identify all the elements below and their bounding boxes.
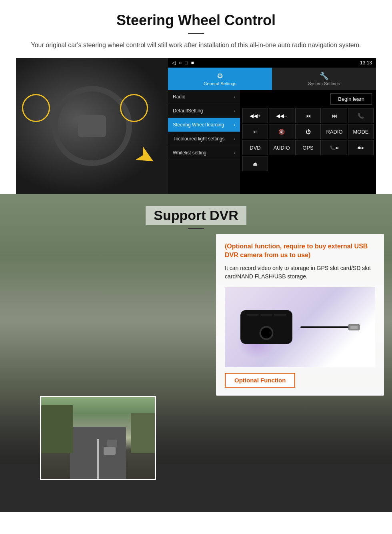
android-menu: Radio › DefaultSetting › Steering Wheel … [168,90,240,194]
chevron-whitelist-icon: › [234,150,235,155]
menu-item-default-setting[interactable]: DefaultSetting › [168,104,240,118]
btn-hangup[interactable]: ↩ [242,124,268,139]
menu-steering-label: Steering Wheel learning [173,122,224,128]
android-ui-panel: ◁ ○ □ ■ 13:13 ⚙ General Settings 🔧 Syste… [168,58,376,194]
dvr-section: Support DVR (Optional function, require … [0,194,392,512]
tab-system-label: System Settings [308,81,340,86]
android-tabs: ⚙ General Settings 🔧 System Settings [168,68,376,90]
btn-phone[interactable]: 📞 [348,108,374,123]
dvr-info-card: (Optional function, require to buy exter… [216,234,384,396]
chevron-default-icon: › [234,108,235,113]
btn-next-skip[interactable]: ✖⏭ [348,140,374,155]
button-grid-row2: ↩ 🔇 ⏻ RADIO MODE [240,124,376,139]
begin-learn-row: Begin learn [240,90,376,108]
android-content-area: Radio › DefaultSetting › Steering Wheel … [168,90,376,194]
gear-icon: ⚙ [217,72,223,80]
steering-wheel-hub [78,115,106,137]
dvr-title: Support DVR [146,206,246,225]
steering-demo: ➤ ◁ ○ □ ■ 13:13 ⚙ General Settings [16,58,376,194]
btn-audio[interactable]: AUDIO [269,140,294,155]
btn-gps[interactable]: GPS [295,140,321,155]
button-grid-row1: ◀◀+ ◀◀– ⏮ ⏭ 📞 [240,108,376,123]
steering-wheel-outer [52,86,132,166]
yellow-arrow-icon: ➤ [130,139,162,173]
page-title: Steering Wheel Control [16,12,376,29]
menu-item-steering-learning[interactable]: Steering Wheel learning › [168,118,240,132]
menu-radio-label: Radio [173,94,185,100]
button-grid-row3: DVD AUDIO GPS 📞⏮ ✖⏭ [240,140,376,155]
steering-image-area: ➤ [16,58,168,194]
dvr-thumb-inner [41,397,155,479]
back-icon: ◁ [172,60,176,66]
steering-wheel-image: ➤ [16,58,168,194]
menu-item-tricoloured[interactable]: Tricoloured light settings › [168,132,240,146]
btn-eject[interactable]: ⏏ [242,156,268,171]
menu-item-whitelist[interactable]: Whitelist setting › [168,146,240,160]
menu-item-radio[interactable]: Radio › [168,90,240,104]
steering-section: Steering Wheel Control Your original car… [0,0,392,194]
chevron-tricoloured-icon: › [234,136,235,141]
tab-general-settings[interactable]: ⚙ General Settings [168,68,272,90]
btn-dvd[interactable]: DVD [242,140,268,155]
btn-vol-down[interactable]: ◀◀– [269,108,294,123]
dvr-thumbnail [40,396,156,480]
optional-function-button[interactable]: Optional Function [225,373,295,388]
btn-prev-track[interactable]: ⏮ [295,108,321,123]
dvr-optional-text: (Optional function, require to buy exter… [225,242,375,260]
subtitle-text: Your original car's steering wheel contr… [24,40,368,50]
android-right-panel: Begin learn ◀◀+ ◀◀– ⏮ ⏭ 📞 ↩ 🔇 ⏻ [240,90,376,194]
tab-system-settings[interactable]: 🔧 System Settings [272,68,376,90]
chevron-steering-icon: › [234,122,235,127]
highlight-circle-left [22,94,50,122]
title-divider [188,33,204,34]
statusbar-time: 13:13 [360,60,372,66]
button-grid-row4: ⏏ [240,156,376,171]
dvr-title-divider [188,228,204,229]
dvr-camera-product-image [225,287,375,367]
btn-radio[interactable]: RADIO [322,124,347,139]
menu-whitelist-label: Whitelist setting [173,150,206,156]
highlight-circle-right [120,94,148,122]
menu-default-label: DefaultSetting [173,108,203,114]
dvr-description: It can record video only to storage in G… [225,264,375,281]
home-icon: ○ [179,60,182,66]
tab-general-label: General Settings [204,81,236,86]
dvr-title-area: Support DVR [0,194,392,236]
menu-icon: ■ [191,60,194,66]
chevron-radio-icon: › [234,94,235,99]
btn-mute[interactable]: 🔇 [269,124,294,139]
statusbar-nav-icons: ◁ ○ □ ■ [172,60,194,66]
btn-vol-up[interactable]: ◀◀+ [242,108,268,123]
btn-phone-prev[interactable]: 📞⏮ [322,140,347,155]
recents-icon: □ [185,60,188,66]
btn-power[interactable]: ⏻ [295,124,321,139]
btn-next-track[interactable]: ⏭ [322,108,347,123]
android-statusbar: ◁ ○ □ ■ 13:13 [168,58,376,68]
btn-mode[interactable]: MODE [348,124,374,139]
begin-learn-button[interactable]: Begin learn [330,93,372,105]
system-icon: 🔧 [320,72,328,80]
menu-tricoloured-label: Tricoloured light settings [173,136,225,142]
